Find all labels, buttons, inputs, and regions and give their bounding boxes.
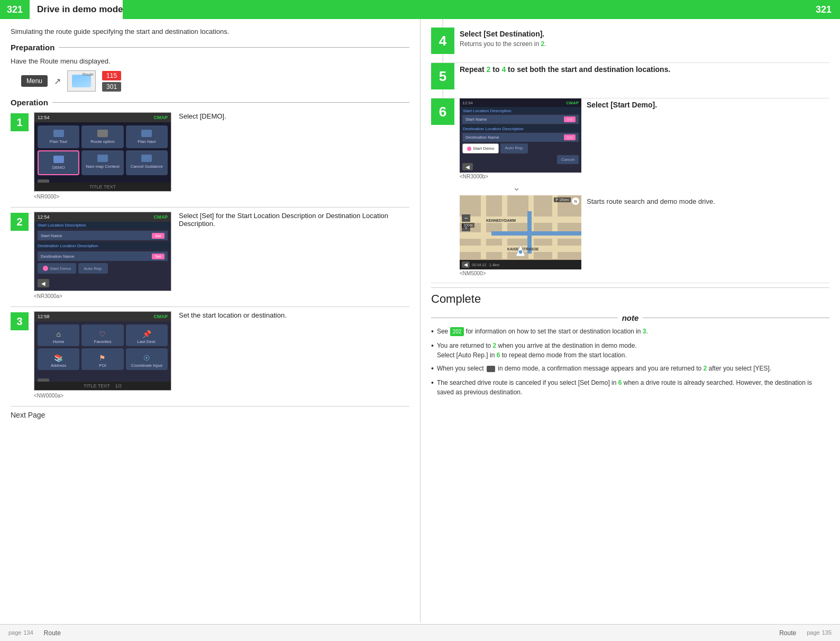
step-4-connector: 4: [431, 28, 454, 54]
bottom-right-page-label: page: [807, 629, 819, 637]
start-demo-btn-6: Start Demo: [462, 143, 499, 154]
step-5-connector: 5: [431, 63, 454, 89]
screen-1-caption: <NR0000>: [34, 194, 171, 200]
top-bar: 321: [0, 0, 840, 19]
plan-tour-btn: Plan Tour: [38, 125, 79, 148]
bottom-bar: page 134 Route Route page 135: [0, 624, 840, 641]
step-2-action: Select [Set] for the Start Location Desc…: [179, 212, 409, 228]
note-line-right: [643, 318, 829, 318]
note-ref-3-1: 3: [643, 328, 646, 335]
dest-loc-label: Destination Location Description: [34, 242, 171, 249]
screen-1: 12:54 CMAP Plan Tour Route option: [34, 112, 171, 192]
route-opt-icon: [97, 130, 108, 137]
poi-icon: ⚑: [99, 354, 106, 362]
bottom-left-section: Route: [44, 629, 61, 637]
last-dest-btn-s3: 📌 Last Dest.: [126, 324, 168, 346]
screen-2-time: 12:54: [38, 214, 50, 220]
note-ref-6-4: 6: [618, 379, 622, 386]
note-item-4: The searched drive route is canceled if …: [431, 378, 829, 397]
bottom-left-page-num: 134: [23, 629, 33, 637]
screen-6-cancel-row: Cancel: [462, 155, 579, 164]
set-btn-dest: Set: [152, 254, 165, 259]
step-1-content: 12:54 CMAP Plan Tour Route option: [34, 112, 409, 200]
step-1-number: 1: [11, 113, 29, 131]
step-5-content: Repeat 2 to 4 to set both the start and …: [460, 63, 829, 74]
note-badge-202: 202: [450, 327, 464, 336]
step-3-action: Set the start location or destination.: [179, 311, 287, 319]
step-4-ref: 2: [541, 40, 544, 48]
page-badge: 321: [0, 0, 30, 19]
screen-1-logo: CMAP: [154, 115, 168, 120]
preparation-heading: Preparation: [11, 43, 409, 52]
note-heading: note: [431, 313, 829, 322]
start-loc-label: Start Location Description: [34, 222, 171, 229]
auto-rep-btn-s2: Auto Rep.: [78, 263, 108, 274]
screen-6: 12:34 CMAP Start Location Description St…: [460, 98, 581, 173]
poi-btn-s3: ⚑ POI: [81, 348, 123, 370]
page-title: Drive in demo mode: [30, 0, 123, 19]
step-2-number: 2: [11, 213, 29, 231]
menu-button-icon: Menu: [21, 75, 48, 87]
screen-2-logo: CMAP: [154, 214, 168, 220]
step-5-ref-end: 4: [501, 65, 506, 74]
note-back-icon: [487, 366, 495, 372]
set-btn-dest-6: Set: [564, 134, 576, 140]
nav-arrow: [516, 245, 525, 256]
complete-section: Complete: [431, 287, 829, 306]
screen-1-time: 12:54: [38, 115, 50, 120]
favorites-btn-s3: ♡ Favorites: [81, 324, 123, 346]
prep-heading-text: Preparation: [11, 43, 54, 52]
route-option-btn: Route option: [81, 125, 123, 148]
route-label: Route: [83, 72, 94, 77]
screen2-demo-row: Start Demo Auto Rep.: [38, 263, 168, 274]
bottom-right-page-num: 135: [822, 629, 832, 637]
note-item-3: When you select in demo mode, a confirma…: [431, 364, 829, 374]
step-3-text-block: Set the start location or destination.: [177, 311, 287, 321]
map-road-h1: [460, 216, 581, 223]
screen-2: 12:54 CMAP Start Location Description St…: [34, 212, 171, 291]
set-btn-start-6: Set: [564, 116, 576, 122]
step-5-ref-start: 2: [487, 65, 491, 74]
next-page-label: Next Page: [11, 411, 409, 419]
favorites-icon: ♡: [99, 330, 106, 338]
complete-title: Complete: [431, 292, 829, 306]
screen-6-topbar: 12:34 CMAP: [460, 98, 581, 107]
note-section: note See 202 for information on how to s…: [431, 313, 829, 397]
map-back-btn: ◀: [462, 261, 470, 268]
step-divider-1: [11, 207, 409, 207]
bottom-left: page 134 Route: [8, 629, 61, 637]
screen-3-time: 12:58: [38, 314, 50, 319]
preparation-area: Have the Route menu displayed. Menu ↗ Ro…: [11, 57, 409, 92]
map-road-v2: [502, 195, 507, 259]
address-btn-s3: 📚 Address: [38, 348, 79, 370]
page-115-badge: 115: [102, 71, 121, 80]
screen-1-bottom: TITLE TEXT: [34, 183, 171, 191]
screen-2-topbar: 12:54 CMAP: [34, 212, 171, 222]
bottom-left-page-label: page: [8, 629, 21, 637]
dest-loc-desc-label: Destination Location Description: [460, 125, 581, 132]
prep-arrow: ↗: [54, 76, 61, 86]
step-5-line-up: [443, 55, 443, 63]
map-road-blue1: [491, 231, 581, 236]
note-item-2: You are returned to 2 when you arrive at…: [431, 341, 829, 360]
step-5-to: to: [492, 65, 499, 74]
screen-1-grid: Plan Tour Route option Plan Navi: [34, 122, 171, 178]
page-badge-number: 321: [7, 4, 23, 15]
route-screen-icon: Route: [67, 70, 96, 92]
step-3-content: 12:58 CMAP ⌂ Home ♡ Favorites: [34, 311, 409, 399]
start-loc-desc-label: Start Location Description: [460, 107, 581, 114]
set-btn-start: Set: [152, 233, 165, 239]
chevron-down-icon: ⌄: [460, 182, 829, 193]
screen-2-caption: <NR3000a>: [34, 293, 171, 299]
map-zoom-minus[interactable]: −: [462, 214, 470, 222]
step-5-number: 5: [431, 63, 454, 89]
step-1-row: 1 12:54 CMAP Plan Tour: [11, 112, 409, 200]
prep-text: Have the Route menu displayed.: [11, 57, 409, 65]
note-line-left: [431, 318, 618, 318]
right-column: 4 Select [Set Destination]. Returns you …: [421, 19, 840, 622]
page-301-badge: 301: [102, 82, 121, 92]
screen-6-container: 12:34 CMAP Start Location Description St…: [460, 98, 581, 179]
navi-map-icon: [97, 155, 108, 162]
map-bottom-bar: ◀ 00:34:12 1.4km: [460, 260, 581, 269]
screen-3-topbar: 12:58 CMAP: [34, 312, 171, 321]
